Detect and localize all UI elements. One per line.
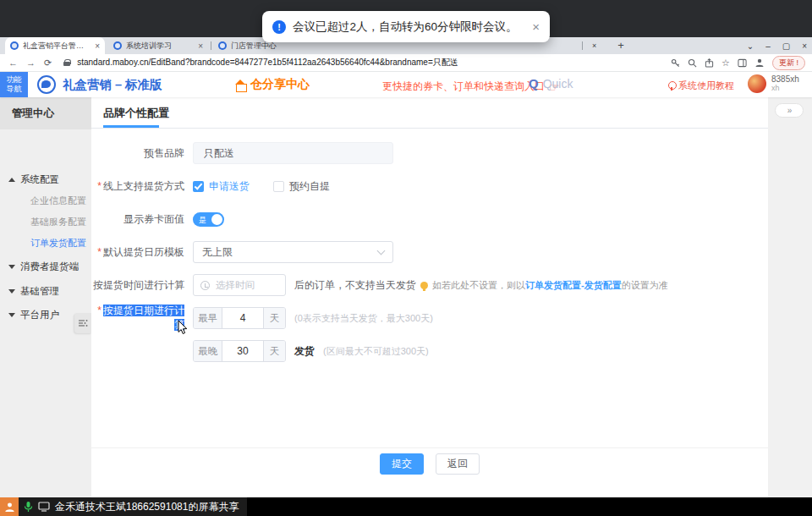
checkbox-self-pickup[interactable]: [273, 181, 284, 192]
required-mark: *: [97, 305, 102, 316]
tab-separator: [211, 41, 211, 50]
menu-lines-icon: [78, 319, 88, 327]
browser-window: 礼盒营销平台管理中心 × 系统培训学习 × 门店管理中心 × + ⌄ – ▢ ×: [0, 37, 812, 497]
warehouse-share-link[interactable]: 仓分享中心: [235, 77, 310, 92]
function-nav-button[interactable]: 功能 导航: [0, 72, 28, 97]
sidebar-item-order-shipping[interactable]: 订单发货配置: [0, 233, 91, 252]
checkbox-delivery[interactable]: [193, 181, 204, 192]
field-label: *默认提货日历模板: [91, 245, 184, 260]
tutorial-link[interactable]: 系统使用教程: [668, 80, 734, 92]
caret-down-icon: [8, 289, 15, 294]
url-text[interactable]: standard.maboy.cn/EditBand?brandcode=844…: [77, 57, 458, 69]
forward-icon[interactable]: →: [26, 58, 36, 68]
caret-up-icon: [8, 178, 15, 182]
sidebar-group-base-management[interactable]: 基础管理: [0, 282, 91, 300]
field-label: 预售品牌: [91, 146, 184, 161]
field-label: 显示券卡面值: [91, 212, 184, 227]
time-picker-input[interactable]: [193, 274, 286, 296]
browser-menu-icon[interactable]: ⌄: [747, 41, 754, 51]
days-unit: 天: [263, 340, 285, 362]
form-row-presale-brand: 预售品牌: [91, 142, 768, 164]
sidebar-collapse-handle[interactable]: [74, 313, 91, 333]
maximize-icon[interactable]: ▢: [782, 41, 790, 51]
search-icon: Q: [529, 76, 539, 91]
favicon-icon: [113, 41, 122, 50]
caret-down-icon: [8, 265, 15, 269]
participant-button[interactable]: [0, 497, 19, 516]
sidebar-item-company-info[interactable]: 企业信息配置: [0, 191, 91, 210]
tip-text: 如若此处不设置，则以订单发货配置-发货配置的设置为准: [432, 279, 668, 292]
latest-prefix: 最晚: [194, 340, 222, 362]
side-panel-icon[interactable]: [738, 58, 747, 68]
face-value-toggle[interactable]: 是: [193, 212, 224, 227]
tab-brand-personal-config[interactable]: 品牌个性配置: [103, 106, 169, 121]
nav-toggle-label: 功能: [7, 75, 22, 85]
days-unit: 天: [263, 307, 285, 329]
presale-brand-input[interactable]: [193, 142, 393, 164]
form-row-pickup-methods: *线上支持提货方式 申请送货 预约自提: [91, 175, 768, 197]
time-input[interactable]: [214, 279, 273, 291]
field-label: 按提货时间进行计算: [91, 278, 184, 293]
checkbox-delivery-label[interactable]: 申请送货: [209, 179, 250, 194]
tab-bottom-border: [91, 128, 768, 129]
form-row-by-pickup-date: *按提货日期进行计算 最早 4 天 (0表示支持当天发货，最大300天): [91, 307, 768, 329]
sidebar-group-consumer-pickup[interactable]: 消费者提货端: [0, 257, 91, 276]
tab-close-icon[interactable]: ×: [95, 41, 100, 51]
more-icon: !: [796, 58, 798, 67]
latest-hint: (区间最大不可超过300天): [323, 345, 429, 358]
field-label: *按提货日期进行计算: [91, 304, 184, 332]
chevron-down-icon: [377, 246, 386, 255]
checkbox-self-pickup-label[interactable]: 预约自提: [289, 179, 330, 194]
content-area: » 品牌个性配置 预售品牌 *线上支持提货方式 申请送货: [91, 97, 812, 497]
favicon-icon: [218, 41, 227, 50]
brand-config-panel: 品牌个性配置 预售品牌 *线上支持提货方式 申请送货: [91, 97, 768, 497]
browser-tab-training[interactable]: 系统培训学习 ×: [108, 37, 208, 54]
sidebar-group-system-config[interactable]: 系统配置: [0, 170, 91, 189]
share-icon[interactable]: [705, 58, 714, 68]
sidebar-item-label: 基础服务配置: [30, 216, 86, 228]
bookmark-star-icon[interactable]: ☆: [721, 58, 730, 69]
avatar[interactable]: [748, 74, 766, 93]
screen-share-icon: [38, 502, 50, 512]
back-icon[interactable]: ←: [8, 58, 18, 68]
meeting-toast: ! 会议已超过2人，自动转为60分钟限时会议。 ×: [262, 11, 550, 42]
user-meta: 8385xh xh: [771, 74, 799, 93]
quick-label: Quick: [543, 77, 573, 91]
brand-logo-icon: [37, 75, 56, 94]
close-icon[interactable]: ×: [802, 41, 807, 51]
browser-tab-gift-admin[interactable]: 礼盒营销平台管理中心 ×: [5, 37, 105, 54]
calendar-template-select[interactable]: 无上限: [193, 241, 393, 263]
required-mark: *: [97, 180, 102, 192]
share-text: 金禾通技术王斌18662591081的屏幕共享: [55, 500, 239, 514]
tab-close-icon[interactable]: ×: [198, 41, 203, 51]
sidebar-item-label: 订单发货配置: [30, 237, 86, 250]
shipping-config-link[interactable]: 订单发货配置-发货配置: [525, 280, 622, 290]
sidebar-group-label: 基础管理: [20, 285, 59, 298]
toast-close-icon[interactable]: ×: [532, 19, 540, 34]
user-subname: xh: [771, 84, 799, 93]
sidebar-item-basic-service[interactable]: 基础服务配置: [0, 212, 91, 231]
latest-days-input[interactable]: 30: [222, 345, 263, 357]
earliest-days-input[interactable]: 4: [222, 312, 263, 324]
zoom-icon[interactable]: [688, 58, 697, 68]
caret-down-icon: [8, 313, 15, 317]
reload-icon[interactable]: ⟳: [44, 58, 52, 69]
pin-icon: [668, 81, 675, 91]
key-icon[interactable]: [671, 58, 680, 68]
earliest-hint: (0表示支持当天发货，最大300天): [294, 312, 433, 325]
form-row-by-pickup-time: 按提货时间进行计算 后的订单，不支持当天发货 如若此处不设置，则以订单发货配置-…: [91, 274, 768, 296]
new-tab-button[interactable]: +: [614, 39, 628, 52]
quick-search[interactable]: Q Quick: [529, 76, 573, 91]
earliest-days-group: 最早 4 天: [193, 307, 286, 329]
back-button[interactable]: 返回: [436, 453, 480, 475]
form-row-show-face-value: 显示券卡面值 是: [91, 208, 768, 230]
profile-icon[interactable]: [754, 58, 765, 68]
selected-label-text: 按提货日期进行计算: [103, 305, 184, 331]
panel-collapse-button[interactable]: »: [775, 103, 804, 118]
submit-button[interactable]: 提交: [380, 453, 424, 475]
sidebar-group-label: 平台用户: [20, 309, 59, 321]
minimize-icon[interactable]: –: [765, 41, 771, 51]
update-button[interactable]: 更新 !: [772, 56, 805, 70]
tab-close-icon[interactable]: ×: [587, 37, 601, 54]
required-mark: *: [97, 246, 102, 258]
